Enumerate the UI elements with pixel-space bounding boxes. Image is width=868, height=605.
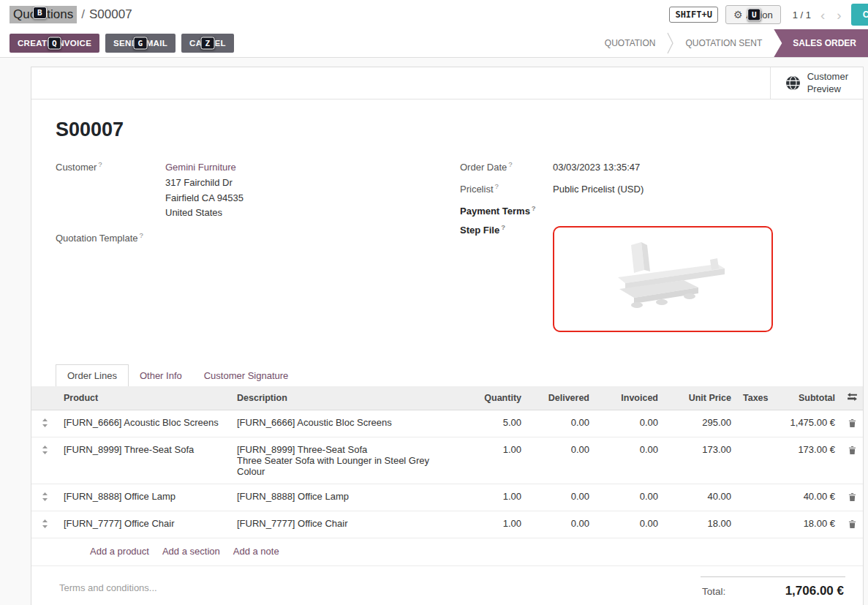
form-content: Customer Preview S00007 Customer? Gemini… (0, 58, 868, 605)
send-email-button[interactable]: SEND EMAIL G (105, 34, 176, 53)
breadcrumb: Quotations B / S00007 (10, 6, 132, 23)
header-taxes[interactable]: Taxes (737, 386, 766, 410)
sheet-button-box: Customer Preview (31, 67, 863, 99)
add-product-link[interactable]: Add a product (90, 546, 149, 557)
breadcrumb-quotations[interactable]: Quotations B (10, 6, 77, 23)
control-panel-buttons: CREATE INVOICE Q SEND EMAIL G CANCEL Z Q… (0, 29, 868, 58)
header-subtotal[interactable]: Subtotal (766, 386, 841, 410)
field-quotation-template: Quotation Template? (56, 231, 460, 244)
field-group: Customer? Gemini Furniture 317 Fairchild… (31, 160, 863, 339)
header-delivered[interactable]: Delivered (527, 386, 595, 410)
cell-quantity[interactable]: 1.00 (458, 511, 527, 538)
delete-row-icon[interactable] (841, 437, 863, 484)
help-icon: ? (508, 160, 512, 168)
cell-product[interactable]: [FURN_8888] Office Lamp (58, 484, 231, 511)
tab-customer-signature[interactable]: Customer Signature (193, 365, 300, 386)
stage-quotation[interactable]: QUOTATION (593, 29, 668, 57)
cell-subtotal: 40.00 € (766, 484, 841, 511)
cell-description[interactable]: [FURN_7777] Office Chair (231, 511, 458, 538)
cell-taxes[interactable] (737, 437, 766, 484)
header-product[interactable]: Product (58, 386, 231, 410)
cell-quantity[interactable]: 1.00 (458, 437, 527, 484)
hotkey-badge-cancel: Z (200, 37, 214, 50)
cell-unit-price[interactable]: 295.00 (664, 410, 737, 437)
totals-block: Total: 1,706.00 € (701, 576, 845, 598)
drag-handle-icon[interactable] (31, 511, 58, 538)
add-note-link[interactable]: Add a note (233, 546, 279, 557)
stage-sales-order[interactable]: SALES ORDER (774, 29, 868, 57)
field-column-right: Order Date? 03/03/2023 13:35:47 Pricelis… (460, 160, 845, 339)
cell-invoiced: 0.00 (595, 437, 664, 484)
action-menu-button[interactable]: ⚙ Action U (725, 5, 781, 24)
cell-delivered: 0.00 (527, 410, 595, 437)
cancel-button[interactable]: CANCEL Z (181, 34, 234, 53)
tab-order-lines[interactable]: Order Lines (56, 364, 129, 386)
header-quantity[interactable]: Quantity (458, 386, 527, 410)
cell-product[interactable]: [FURN_8999] Three-Seat Sofa (58, 437, 231, 484)
header-unit-price[interactable]: Unit Price (664, 386, 737, 410)
tab-other-info[interactable]: Other Info (129, 365, 193, 386)
pricelist-value[interactable]: Public Pricelist (USD) (553, 182, 644, 198)
cell-subtotal: 173.00 € (766, 437, 841, 484)
table-row[interactable]: [FURN_6666] Acoustic Bloc Screens [FURN_… (31, 410, 863, 437)
cell-product[interactable]: [FURN_6666] Acoustic Bloc Screens (58, 410, 231, 437)
cell-unit-price[interactable]: 40.00 (664, 484, 737, 511)
customer-preview-label: Customer Preview (807, 71, 848, 96)
globe-icon (785, 75, 801, 91)
cell-delivered: 0.00 (527, 437, 595, 484)
order-lines-table: Product Description Quantity Delivered I… (31, 386, 863, 538)
header-description[interactable]: Description (231, 386, 458, 410)
delete-row-icon[interactable] (841, 484, 863, 511)
delete-row-icon[interactable] (841, 511, 863, 538)
drag-handle-icon[interactable] (31, 484, 58, 511)
cell-unit-price[interactable]: 173.00 (664, 437, 737, 484)
step-file-image[interactable] (553, 226, 773, 332)
customer-value: Gemini Furniture 317 Fairchild Dr Fairfi… (165, 160, 244, 221)
cell-quantity[interactable]: 1.00 (458, 484, 527, 511)
table-row[interactable]: [FURN_8888] Office Lamp [FURN_8888] Offi… (31, 484, 863, 511)
cell-taxes[interactable] (737, 511, 766, 538)
field-column-left: Customer? Gemini Furniture 317 Fairchild… (56, 160, 460, 339)
delete-row-icon[interactable] (841, 410, 863, 437)
add-section-link[interactable]: Add a section (162, 546, 220, 557)
help-icon: ? (140, 231, 143, 239)
stage-quotation-sent[interactable]: QUOTATION SENT (673, 29, 774, 57)
cell-taxes[interactable] (737, 410, 766, 437)
cell-product[interactable]: [FURN_7777] Office Chair (58, 511, 231, 538)
control-panel-top: Quotations B / S00007 SHIFT+U ⚙ Action U… (0, 0, 868, 29)
cell-unit-price[interactable]: 18.00 (664, 511, 737, 538)
customer-address: 317 Fairchild Dr Fairfield CA 94535 Unit… (165, 176, 244, 221)
table-row[interactable]: [FURN_8999] Three-Seat Sofa [FURN_8999] … (31, 437, 863, 484)
drag-handle-icon[interactable] (31, 437, 58, 484)
hotkey-badge-breadcrumb: B (33, 7, 47, 19)
cell-quantity[interactable]: 5.00 (458, 410, 527, 437)
cell-taxes[interactable] (737, 484, 766, 511)
cell-invoiced: 0.00 (595, 484, 664, 511)
pager-previous-icon[interactable]: ‹ (818, 8, 827, 22)
create-invoice-button[interactable]: CREATE INVOICE Q (10, 34, 99, 53)
pager-next-icon[interactable]: › (834, 8, 843, 22)
field-payment-terms: Payment Terms? (460, 204, 845, 217)
customer-link[interactable]: Gemini Furniture (165, 162, 236, 173)
statusbar: QUOTATION QUOTATION SENT SALES ORDER (593, 29, 868, 57)
cell-description[interactable]: [FURN_8888] Office Lamp (231, 484, 458, 511)
cell-description[interactable]: [FURN_6666] Acoustic Bloc Screens (231, 410, 458, 437)
help-icon: ? (495, 182, 499, 190)
drag-handle-icon[interactable] (31, 410, 58, 437)
control-panel-actions: SHIFT+U ⚙ Action U 1 / 1 ‹ › Create (669, 4, 868, 26)
header-handle (31, 386, 58, 410)
order-date-value[interactable]: 03/03/2023 13:35:47 (553, 160, 640, 176)
cell-description[interactable]: [FURN_8999] Three-Seat Sofa Three Seater… (231, 437, 458, 484)
table-row[interactable]: [FURN_7777] Office Chair [FURN_7777] Off… (31, 511, 863, 538)
customer-preview-button[interactable]: Customer Preview (770, 67, 863, 99)
hotkey-badge-action: U (747, 9, 761, 21)
terms-and-conditions-input[interactable]: Terms and conditions... (59, 582, 157, 593)
customer-label: Customer? (56, 160, 165, 173)
create-button[interactable]: Create (851, 4, 868, 26)
step-file-3d-render (572, 235, 755, 323)
order-date-label: Order Date? (460, 160, 553, 173)
hotkey-badge-create-invoice: Q (48, 37, 61, 50)
header-invoiced[interactable]: Invoiced (595, 386, 664, 410)
optional-columns-button[interactable] (841, 386, 863, 410)
table-add-links: Add a product Add a section Add a note (31, 538, 863, 566)
